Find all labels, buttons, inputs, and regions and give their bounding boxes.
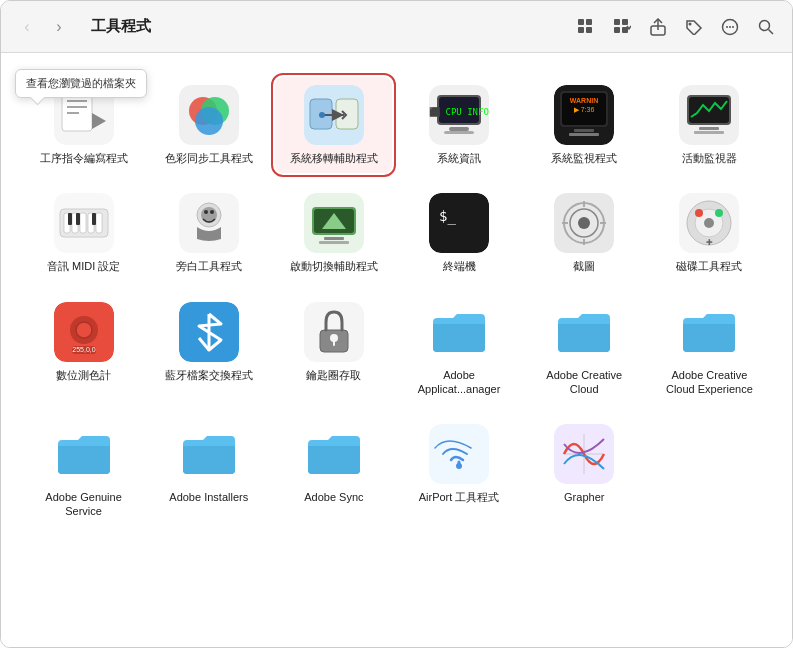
svg-rect-17 [62, 93, 92, 131]
app-label-script-editor: 工序指令編寫程式 [40, 151, 128, 165]
app-item-activity-monitor2[interactable]: 活動監視器 [651, 77, 768, 173]
app-label-terminal: 終端機 [443, 259, 476, 273]
svg-rect-95 [333, 340, 335, 346]
app-icon-adobe-installers [179, 424, 239, 484]
svg-rect-42 [569, 133, 599, 136]
app-label-adobe-cc-exp: Adobe Creative Cloud Experience [664, 368, 754, 397]
svg-point-82 [704, 218, 714, 228]
app-item-adobe-cc[interactable]: Adobe Creative Cloud [526, 294, 643, 405]
svg-point-13 [732, 26, 734, 28]
app-item-terminal[interactable]: $_終端機 [400, 185, 517, 281]
app-item-adobe-genuine[interactable]: Adobe Genuine Service [25, 416, 142, 527]
svg-rect-47 [694, 131, 724, 134]
toolbar-actions [572, 13, 780, 41]
app-item-audio-midi[interactable]: 音訊 MIDI 設定 [25, 185, 142, 281]
app-icon-airport [429, 424, 489, 484]
app-label-adobe-genuine: Adobe Genuine Service [39, 490, 129, 519]
app-item-grapher[interactable]: Grapher [526, 416, 643, 527]
app-icon-audio-midi [54, 193, 114, 253]
app-label-adobe-cc: Adobe Creative Cloud [539, 368, 629, 397]
view-toggle-button[interactable] [572, 13, 600, 41]
app-item-bluetooth[interactable]: 藍牙檔案交換程式 [150, 294, 267, 405]
app-item-color-sync[interactable]: 色彩同步工具程式 [150, 77, 267, 173]
svg-rect-57 [92, 213, 96, 225]
app-label-airport: AirPort 工具程式 [419, 490, 500, 504]
app-label-screenshot: 截圖 [573, 259, 595, 273]
app-item-adobe-appmanager[interactable]: Adobe Applicat...anager [400, 294, 517, 405]
app-label-grapher: Grapher [564, 490, 604, 504]
search-button[interactable] [752, 13, 780, 41]
app-item-keychain[interactable]: 鑰匙圈存取 [275, 294, 392, 405]
share-button[interactable] [644, 13, 672, 41]
svg-rect-46 [699, 127, 719, 130]
more-actions-button[interactable] [716, 13, 744, 41]
app-icon-system-info: ⬛ CPU INFO [429, 85, 489, 145]
svg-rect-56 [76, 213, 80, 225]
app-label-system-info: 系統資訊 [437, 151, 481, 165]
app-icon-screenshot [554, 193, 614, 253]
app-label-color-sync: 色彩同步工具程式 [165, 151, 253, 165]
app-item-migration-assistant[interactable]: 系統移轉輔助程式 [275, 77, 392, 173]
toolbar: ‹ › 工具程式 [1, 1, 792, 53]
app-icon-adobe-cc [554, 302, 614, 362]
app-item-startup-disk[interactable]: 啟動切換輔助程式 [275, 185, 392, 281]
svg-point-11 [726, 26, 728, 28]
app-icon-activity-monitor: WARNIN▶ 7:36 [554, 85, 614, 145]
app-label-disk-utility: 磁碟工具程式 [676, 259, 742, 273]
svg-rect-96 [429, 424, 489, 484]
svg-rect-55 [68, 213, 72, 225]
tag-button[interactable] [680, 13, 708, 41]
app-label-keychain: 鑰匙圈存取 [306, 368, 361, 382]
app-icon-disk-utility: ✚ [679, 193, 739, 253]
app-icon-keychain [304, 302, 364, 362]
svg-rect-41 [574, 129, 594, 132]
app-icon-activity-monitor2 [679, 85, 739, 145]
nav-buttons: ‹ › [13, 13, 73, 41]
svg-rect-7 [622, 27, 628, 33]
app-icon-startup-disk [304, 193, 364, 253]
app-item-system-info[interactable]: ⬛ CPU INFO系統資訊 [400, 77, 517, 173]
svg-point-83 [695, 209, 703, 217]
app-item-airport[interactable]: AirPort 工具程式 [400, 416, 517, 527]
app-item-digital-color[interactable]: 255,0,0數位測色計 [25, 294, 142, 405]
app-item-voiceover[interactable]: 旁白工具程式 [150, 185, 267, 281]
app-label-audio-midi: 音訊 MIDI 設定 [47, 259, 120, 273]
app-icon-voiceover [179, 193, 239, 253]
app-label-adobe-appmanager: Adobe Applicat...anager [414, 368, 504, 397]
app-item-disk-utility[interactable]: ✚磁碟工具程式 [651, 185, 768, 281]
svg-rect-6 [614, 27, 620, 33]
app-label-digital-color: 數位測色計 [56, 368, 111, 382]
app-item-adobe-sync[interactable]: Adobe Sync [275, 416, 392, 527]
svg-point-84 [715, 209, 723, 217]
svg-rect-67 [324, 237, 344, 240]
svg-rect-4 [614, 19, 620, 25]
svg-text:WARNIN: WARNIN [570, 97, 598, 104]
svg-point-88 [76, 322, 92, 338]
app-grid: 工序指令編寫程式色彩同步工具程式系統移轉輔助程式⬛ CPU INFO系統資訊WA… [25, 69, 768, 527]
app-item-activity-monitor[interactable]: WARNIN▶ 7:36系統監視程式 [526, 77, 643, 173]
app-label-startup-disk: 啟動切換輔助程式 [290, 259, 378, 273]
app-item-screenshot[interactable]: 截圖 [526, 185, 643, 281]
content-area: 工序指令編寫程式色彩同步工具程式系統移轉輔助程式⬛ CPU INFO系統資訊WA… [1, 53, 792, 648]
svg-point-12 [729, 26, 731, 28]
back-button[interactable]: ‹ [13, 13, 41, 41]
svg-rect-5 [622, 19, 628, 25]
app-label-migration-assistant: 系統移轉輔助程式 [290, 151, 378, 165]
svg-point-29 [319, 112, 325, 118]
app-item-adobe-cc-exp[interactable]: Adobe Creative Cloud Experience [651, 294, 768, 405]
app-icon-adobe-sync [304, 424, 364, 484]
svg-rect-2 [578, 27, 584, 33]
app-icon-migration-assistant [304, 85, 364, 145]
window-title: 工具程式 [91, 17, 566, 36]
svg-rect-33 [449, 127, 469, 131]
app-icon-adobe-cc-exp [679, 302, 739, 362]
svg-text:▶ 7:36: ▶ 7:36 [574, 106, 595, 113]
svg-point-9 [689, 22, 692, 25]
svg-text:✚: ✚ [706, 238, 713, 247]
forward-button[interactable]: › [45, 13, 73, 41]
app-icon-color-sync [179, 85, 239, 145]
sort-button[interactable] [608, 13, 636, 41]
app-item-adobe-installers[interactable]: Adobe Installers [150, 416, 267, 527]
svg-rect-3 [586, 27, 592, 33]
svg-point-97 [456, 463, 462, 469]
